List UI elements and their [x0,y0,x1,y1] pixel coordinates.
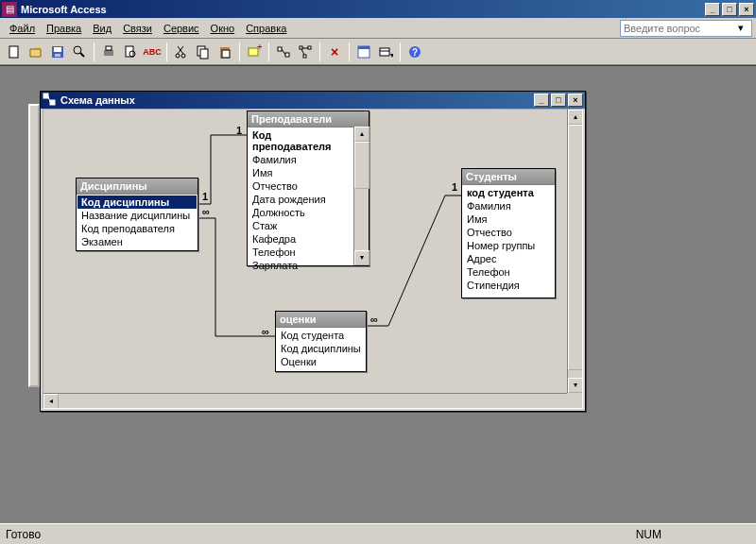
scroll-down-icon[interactable]: ▾ [354,250,369,265]
schema-titlebar[interactable]: Схема данных _ □ × [41,92,585,109]
workspace: Схема данных _ □ × 1 1 ∞ ∞ ∞ 1 [0,65,756,523]
save-button[interactable] [47,42,68,62]
menu-window[interactable]: Окно [205,21,241,36]
rel-many-label: ∞ [202,206,210,217]
menu-view[interactable]: Вид [87,21,117,36]
table-students[interactable]: Студенты код студента Фамилия Имя Отчест… [461,168,556,298]
num-lock-indicator: NUM [636,528,662,541]
add-table-button[interactable]: + [244,42,265,62]
scroll-thumb[interactable] [354,142,369,189]
scroll-up-icon[interactable]: ▴ [354,127,369,142]
scroll-up-icon[interactable]: ▴ [568,110,583,125]
rel-one-label: 1 [202,191,208,202]
dropdown-icon[interactable]: ▾ [734,22,747,34]
new-object-button[interactable]: ▾ [375,42,396,62]
table-teachers[interactable]: Преподаватели Код преподавателя Фамилия … [247,110,369,266]
field-item[interactable]: Отчество [249,179,352,193]
field-item[interactable]: Название дисциплины [77,209,197,222]
field-item[interactable]: Стаж [249,219,352,232]
statusbar: Готово NUM [0,523,756,544]
svg-text:▾: ▾ [390,51,393,60]
question-box[interactable]: ▾ [620,20,752,37]
field-item[interactable]: Зарплата [249,259,352,272]
field-item[interactable]: Фамилия [249,153,352,166]
field-item[interactable]: Должность [249,206,352,219]
preview-button[interactable] [120,42,141,62]
menu-relationships[interactable]: Связи [117,21,158,36]
menu-edit[interactable]: Правка [41,21,87,36]
print-button[interactable] [98,42,119,62]
cut-button[interactable] [171,42,192,62]
svg-rect-29 [358,46,369,49]
svg-rect-6 [104,50,113,56]
schema-icon [43,93,58,108]
svg-rect-23 [300,46,302,49]
table-title-disciplines[interactable]: Дисциплины [77,178,198,195]
field-item[interactable]: Дата рождения [249,193,352,206]
show-direct-button[interactable] [273,42,294,62]
search-button[interactable] [69,42,90,62]
spell-button[interactable]: ABC [142,42,163,62]
copy-button[interactable] [193,42,214,62]
paste-button[interactable] [215,42,235,62]
close-button[interactable]: × [739,3,754,16]
help-button[interactable]: ? [404,42,425,62]
table-title-grades[interactable]: оценки [276,312,366,328]
schema-close-button[interactable]: × [568,94,583,107]
table-title-teachers[interactable]: Преподаватели [248,111,369,128]
field-item[interactable]: Кафедра [249,232,352,246]
new-button[interactable] [4,42,25,62]
maximize-button[interactable]: □ [722,3,737,16]
field-item[interactable]: Номер группы [463,239,554,252]
question-input[interactable] [621,23,734,34]
schema-window: Схема данных _ □ × 1 1 ∞ ∞ ∞ 1 [40,91,586,412]
scroll-thumb[interactable] [568,125,583,370]
field-item[interactable]: Оценки [277,355,365,368]
open-button[interactable] [26,42,46,62]
menu-help[interactable]: Справка [240,21,292,36]
field-item[interactable]: Код дисциплины [77,196,197,209]
field-item[interactable]: код студента [463,186,554,199]
menu-tools[interactable]: Сервис [158,21,205,36]
field-item[interactable]: Адрес [463,252,554,265]
scroll-left-icon[interactable]: ◂ [43,394,59,409]
app-titlebar: ▤ Microsoft Access _ □ × [0,0,756,18]
field-item[interactable]: Экзамен [77,235,197,248]
field-item[interactable]: Код студента [277,329,365,342]
field-item[interactable]: Имя [463,212,554,226]
delete-button[interactable]: × [324,42,345,62]
svg-rect-17 [222,50,230,58]
svg-line-22 [282,49,285,55]
schema-canvas[interactable]: 1 1 ∞ ∞ ∞ 1 Дисциплины Код дисциплины На… [43,110,567,393]
field-item[interactable]: Код дисциплины [277,342,365,355]
minimize-button[interactable]: _ [705,3,720,16]
svg-line-27 [301,49,304,55]
table-grades[interactable]: оценки Код студента Код дисциплины Оценк… [275,311,367,372]
table-scrollbar[interactable]: ▴ ▾ [353,127,369,265]
field-item[interactable]: Код преподавателя [249,128,352,153]
svg-text:?: ? [412,47,418,58]
menubar: Файл Правка Вид Связи Сервис Окно Справк… [0,18,756,39]
schema-minimize-button[interactable]: _ [534,94,549,107]
schema-maximize-button[interactable]: □ [551,94,566,107]
db-window-button[interactable] [353,42,374,62]
svg-rect-21 [285,53,289,57]
field-item[interactable]: Стипендия [463,279,554,292]
svg-rect-15 [200,49,208,59]
field-item[interactable]: Код преподавателя [77,222,197,235]
field-item[interactable]: Телефон [249,246,352,259]
field-item[interactable]: Телефон [463,265,554,279]
svg-rect-24 [308,46,311,49]
table-disciplines[interactable]: Дисциплины Код дисциплины Название дисци… [76,178,198,251]
show-all-button[interactable] [295,42,316,62]
scroll-down-icon[interactable]: ▾ [568,378,583,393]
table-title-students[interactable]: Студенты [462,169,555,185]
field-item[interactable]: Отчество [463,226,554,239]
vertical-scrollbar[interactable]: ▴ ▾ [567,110,582,393]
svg-rect-7 [106,46,112,50]
background-window[interactable] [28,104,40,387]
menu-file[interactable]: Файл [4,21,41,36]
field-item[interactable]: Фамилия [463,199,554,212]
horizontal-scrollbar[interactable]: ◂ ▸ [43,393,567,408]
field-item[interactable]: Имя [249,166,352,179]
